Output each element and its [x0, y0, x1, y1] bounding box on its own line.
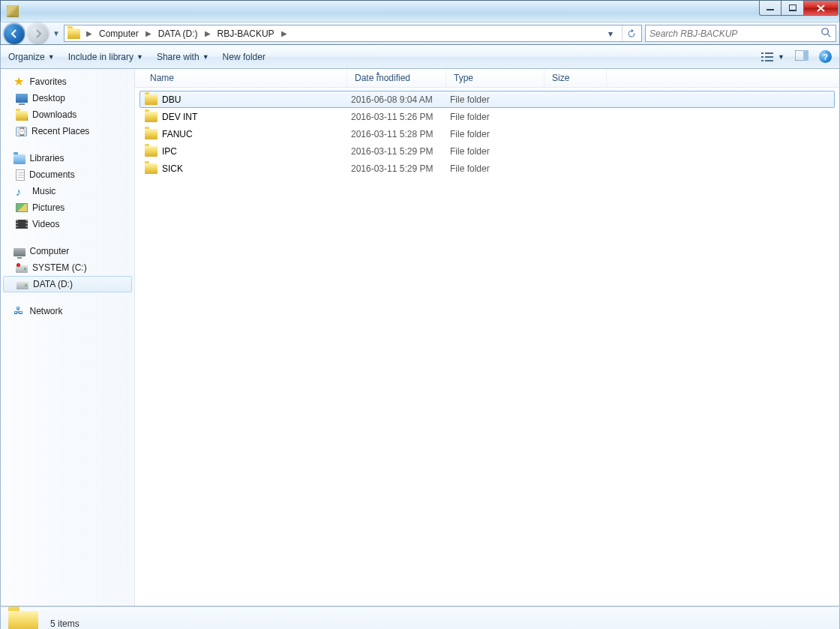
column-header-name[interactable]: Name [135, 69, 347, 87]
sidebar-item-downloads[interactable]: Downloads [1, 106, 134, 123]
back-button[interactable] [4, 23, 25, 44]
chevron-icon [8, 307, 10, 315]
sidebar-item-network[interactable]: 🖧 Network [1, 303, 134, 319]
folder-icon [8, 611, 38, 629]
sidebar-item-data-drive[interactable]: DATA (D:) [3, 276, 132, 292]
nav-row: ▼ ▶ Computer ▶ DATA (D:) ▶ RBJ-BACKUP ▶ … [0, 22, 840, 45]
close-icon [817, 4, 826, 12]
file-row[interactable]: IPC2016-03-11 5:29 PMFile folder [140, 142, 835, 160]
sidebar-item-videos[interactable]: Videos [1, 216, 134, 232]
new-folder-button[interactable]: New folder [223, 52, 266, 62]
new-folder-label: New folder [223, 52, 266, 62]
file-row[interactable]: DBU2016-06-08 9:04 AMFile folder [140, 91, 835, 108]
close-button[interactable] [804, 1, 838, 16]
command-bar: Organize ▼ Include in library ▼ Share wi… [0, 45, 840, 69]
drive-icon [16, 265, 28, 273]
address-dropdown[interactable]: ▾ [604, 28, 617, 39]
network-section: 🖧 Network [1, 303, 134, 319]
chevron-icon [8, 78, 10, 85]
drive-icon [16, 282, 28, 289]
col-size-label: Size [552, 73, 569, 83]
organize-menu[interactable]: Organize ▼ [8, 52, 55, 62]
svg-rect-7 [765, 52, 773, 54]
minimize-button[interactable] [759, 1, 782, 16]
recent-label: Recent Places [32, 126, 89, 136]
chevron-down-icon: ▼ [136, 53, 143, 61]
address-bar[interactable]: ▶ Computer ▶ DATA (D:) ▶ RBJ-BACKUP ▶ ▾ [64, 25, 642, 42]
list-view-icon [761, 52, 775, 62]
sidebar-item-favorites[interactable]: ★ Favorites [1, 73, 134, 90]
file-row[interactable]: DEV INT2016-03-11 5:26 PMFile folder [140, 108, 835, 125]
chevron-right-icon[interactable]: ▶ [202, 29, 214, 37]
sidebar-item-computer[interactable]: Computer [1, 243, 134, 259]
preview-pane-button[interactable] [795, 50, 808, 63]
history-dropdown[interactable]: ▼ [52, 29, 61, 37]
maximize-icon [789, 4, 796, 12]
breadcrumb-rbj-backup[interactable]: RBJ-BACKUP [215, 28, 277, 39]
svg-rect-9 [765, 56, 773, 58]
column-header-date[interactable]: Date modified [347, 69, 446, 87]
forward-button[interactable] [28, 23, 49, 44]
network-icon: 🖧 [14, 305, 26, 317]
sidebar-item-libraries[interactable]: Libraries [1, 150, 134, 166]
window-controls [759, 1, 838, 16]
refresh-icon [626, 28, 637, 39]
recent-icon: ⌚ [16, 127, 27, 136]
help-button[interactable]: ? [819, 50, 832, 63]
file-name: DEV INT [162, 112, 197, 122]
file-row[interactable]: FANUC2016-03-11 5:28 PMFile folder [140, 125, 835, 142]
sidebar-item-documents[interactable]: Documents [1, 166, 134, 183]
favorites-label: Favorites [30, 76, 67, 87]
downloads-icon [16, 111, 28, 121]
column-header-size[interactable]: Size [544, 69, 607, 87]
breadcrumb-data[interactable]: DATA (D:) [156, 28, 200, 39]
sidebar-item-recent[interactable]: ⌚ Recent Places [1, 123, 134, 139]
refresh-button[interactable] [622, 25, 640, 41]
panel-icon [795, 50, 808, 61]
pictures-icon [16, 203, 28, 212]
explorer-icon [7, 5, 19, 17]
maximize-button[interactable] [782, 1, 804, 16]
breadcrumb-computer[interactable]: Computer [97, 28, 141, 39]
sidebar-item-desktop[interactable]: Desktop [1, 90, 134, 106]
svg-rect-8 [761, 56, 764, 58]
music-label: Music [32, 186, 56, 196]
share-menu[interactable]: Share with ▼ [157, 52, 209, 62]
file-row[interactable]: SICK2016-03-11 5:29 PMFile folder [140, 160, 835, 177]
view-menu[interactable]: ▼ [761, 52, 784, 62]
title-bar [0, 0, 840, 22]
search-input[interactable] [650, 28, 818, 39]
search-box[interactable] [645, 25, 836, 42]
svg-line-5 [827, 34, 830, 37]
chevron-right-icon[interactable]: ▶ [83, 29, 95, 37]
chevron-icon [8, 247, 10, 255]
chevron-icon [8, 154, 10, 162]
folder-icon [145, 146, 158, 157]
file-rows: DBU2016-06-08 9:04 AMFile folderDEV INT2… [135, 88, 839, 180]
sidebar-item-music[interactable]: ♪ Music [1, 183, 134, 199]
column-header-type[interactable]: Type [446, 69, 544, 87]
chevron-right-icon[interactable]: ▶ [278, 29, 290, 37]
videos-label: Videos [32, 219, 59, 229]
libraries-section: Libraries Documents ♪ Music Pictures Vid… [1, 150, 134, 232]
file-date: 2016-03-11 5:26 PM [351, 112, 450, 122]
workspace: ★ Favorites Desktop Downloads ⌚ Recent P… [0, 69, 840, 607]
system-label: SYSTEM (C:) [32, 262, 87, 273]
sidebar-item-pictures[interactable]: Pictures [1, 199, 134, 216]
desktop-label: Desktop [32, 93, 65, 103]
file-type: File folder [450, 129, 548, 139]
file-name: IPC [162, 146, 177, 157]
include-menu[interactable]: Include in library ▼ [68, 52, 143, 62]
sidebar-item-system-drive[interactable]: SYSTEM (C:) [1, 259, 134, 276]
details-pane: 5 items [0, 607, 840, 629]
sort-asc-icon: ▲ [375, 70, 381, 76]
chevron-right-icon[interactable]: ▶ [142, 29, 154, 37]
file-list-area: Name ▲ Date modified Type Size DBU2016-0… [134, 69, 839, 606]
file-type: File folder [450, 112, 548, 122]
svg-rect-1 [789, 4, 796, 10]
data-label: DATA (D:) [33, 279, 73, 289]
svg-point-4 [822, 28, 828, 34]
file-type: File folder [450, 163, 548, 174]
libraries-icon [14, 154, 26, 164]
document-icon [16, 169, 25, 181]
